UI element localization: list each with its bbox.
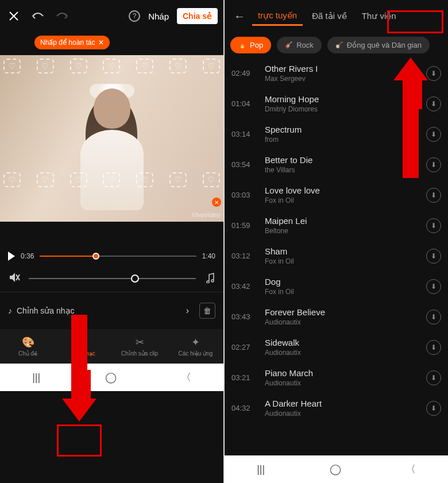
song-row[interactable]: 03:14 Spectrum from ⬇: [225, 119, 448, 149]
nav-theme[interactable]: 🎨 Chủ đề: [0, 329, 56, 364]
download-icon[interactable]: ⬇: [426, 340, 441, 355]
song-list[interactable]: 02:49 Other Rivers I Max Sergeev ⬇ 01:04…: [225, 58, 448, 455]
close-icon[interactable]: [6, 8, 22, 24]
download-icon[interactable]: ⬇: [426, 157, 441, 172]
volume-handle[interactable]: [131, 275, 139, 283]
nav-clip[interactable]: ✂ Chỉnh sửa clip: [112, 329, 168, 364]
song-artist: Beltone: [265, 227, 418, 235]
editor-screen: ? Nháp Chia sẻ Nhấp để hoàn tác ✕ ♡ ♡ ♡ …: [0, 0, 223, 483]
song-row[interactable]: 01:04 Morning Hope Dmitriy Diomores ⬇: [225, 88, 448, 119]
song-row[interactable]: 02:49 Other Rivers I Max Sergeev ⬇: [225, 58, 448, 88]
heart-sticker[interactable]: ♡: [136, 172, 153, 187]
download-icon[interactable]: ⬇: [426, 401, 441, 416]
song-row[interactable]: 04:32 A Darker Heart Audionautix ⬇: [225, 393, 448, 423]
mute-icon[interactable]: [8, 271, 21, 286]
download-icon[interactable]: ⬇: [426, 370, 441, 385]
heart-sticker[interactable]: ♡: [169, 172, 187, 187]
share-button[interactable]: Chia sẻ: [177, 8, 218, 24]
recents-button[interactable]: |||: [32, 372, 40, 384]
song-duration: 03:12: [231, 252, 257, 260]
song-row[interactable]: 01:59 Maipen Lei Beltone ⬇: [225, 210, 448, 241]
nav-music-label: Âm nhạc: [72, 350, 95, 357]
heart-sticker[interactable]: ♡: [70, 59, 87, 74]
delete-music-icon[interactable]: 🗑: [199, 303, 215, 319]
tab-library[interactable]: Thư viện: [356, 7, 402, 25]
back-button[interactable]: 〈: [405, 462, 416, 476]
draft-button[interactable]: Nháp: [148, 11, 169, 21]
edit-music-row[interactable]: ♪ Chỉnh sửa nhạc › 🗑: [0, 292, 223, 329]
heart-sticker[interactable]: ♡: [37, 172, 54, 187]
undo-hint-close-icon[interactable]: ✕: [98, 38, 104, 47]
song-title: Spectrum: [265, 125, 418, 134]
download-icon[interactable]: ⬇: [426, 96, 441, 111]
home-button[interactable]: ◯: [105, 371, 117, 384]
nav-music[interactable]: ♫ Âm nhạc: [56, 329, 111, 364]
undo-icon[interactable]: [30, 8, 46, 24]
video-preview[interactable]: ♡ ♡ ♡ ♡ ♡ ♡ ♡ ♡ ♡ ♡ ♡ ♡ ♡ ♡ ✕ VivaVideo: [0, 55, 223, 222]
recents-button[interactable]: |||: [257, 463, 265, 476]
home-button[interactable]: ◯: [330, 463, 341, 476]
play-icon[interactable]: [8, 252, 15, 261]
preview-subject: [60, 80, 164, 222]
music-icon[interactable]: [204, 272, 215, 285]
help-icon[interactable]: ?: [129, 10, 140, 22]
song-artist: from: [265, 136, 418, 144]
tab-online[interactable]: trực tuyến: [252, 7, 303, 26]
song-duration: 01:59: [231, 221, 257, 230]
volume-bar[interactable]: [29, 278, 196, 279]
download-icon[interactable]: ⬇: [426, 218, 441, 233]
heart-sticker[interactable]: ♡: [3, 172, 21, 187]
song-artist: Fox in Oil: [265, 257, 418, 265]
volume-row: [0, 268, 223, 292]
song-title: Forever Believe: [265, 307, 418, 317]
chip-rock[interactable]: 🎸 Rock: [277, 37, 322, 53]
download-icon[interactable]: ⬇: [426, 188, 441, 203]
heart-sticker[interactable]: ♡: [203, 59, 220, 74]
song-artist: Audionautix: [265, 318, 418, 326]
heart-sticker[interactable]: ♡: [203, 172, 220, 187]
back-icon[interactable]: ←: [230, 10, 249, 23]
chip-pop[interactable]: 🔥 Pop: [230, 37, 271, 53]
heart-sticker[interactable]: ♡: [136, 59, 153, 74]
download-icon[interactable]: ⬇: [426, 249, 441, 264]
song-title: Sham: [265, 246, 418, 256]
song-title: Piano March: [265, 368, 418, 378]
song-row[interactable]: 03:21 Piano March Audionautix ⬇: [225, 362, 448, 393]
download-icon[interactable]: ⬇: [426, 127, 441, 142]
song-duration: 01:04: [231, 99, 257, 108]
song-title: Sidewalk: [265, 338, 418, 347]
sparkle-icon: ✦: [191, 336, 200, 349]
chip-country[interactable]: 🪕 Đồng quê và Dân gian: [327, 37, 430, 53]
song-row[interactable]: 02:27 Sidewalk Audionautix ⬇: [225, 332, 448, 362]
undo-hint-row: Nhấp để hoàn tác ✕: [0, 32, 223, 55]
heart-sticker[interactable]: ♡: [3, 59, 21, 74]
nav-effect[interactable]: ✦ Các hiệu ứng: [168, 329, 223, 364]
seek-bar[interactable]: [40, 256, 196, 257]
sticker-row-bottom: ♡ ♡ ♡ ♡ ♡ ♡ ♡: [0, 172, 223, 187]
heart-sticker[interactable]: ♡: [37, 59, 54, 74]
song-row[interactable]: 03:12 Sham Fox in Oil ⬇: [225, 241, 448, 271]
heart-sticker[interactable]: ♡: [169, 59, 187, 74]
heart-sticker[interactable]: ♡: [103, 172, 120, 187]
heart-sticker[interactable]: ♡: [103, 59, 120, 74]
song-artist: Fox in Oil: [265, 288, 418, 296]
download-icon[interactable]: ⬇: [426, 279, 441, 294]
undo-hint-pill[interactable]: Nhấp để hoàn tác ✕: [34, 36, 110, 49]
song-row[interactable]: 03:42 Dog Fox in Oil ⬇: [225, 271, 448, 302]
song-row[interactable]: 03:43 Forever Believe Audionautix ⬇: [225, 302, 448, 332]
library-top-bar: ← trực tuyến Đã tải về Thư viện: [225, 0, 448, 32]
download-icon[interactable]: ⬇: [426, 66, 441, 81]
song-duration: 04:32: [231, 404, 257, 412]
song-duration: 03:14: [231, 130, 257, 138]
tab-downloaded[interactable]: Đã tải về: [306, 7, 353, 25]
chip-country-label: Đồng quê và Dân gian: [347, 41, 422, 49]
download-icon[interactable]: ⬇: [426, 310, 441, 324]
redo-icon[interactable]: [54, 8, 70, 24]
remove-watermark-icon[interactable]: ✕: [212, 198, 221, 207]
seek-handle[interactable]: [92, 253, 99, 260]
heart-sticker[interactable]: ♡: [70, 172, 87, 187]
back-button[interactable]: 〈: [181, 370, 191, 384]
sticker-row-top: ♡ ♡ ♡ ♡ ♡ ♡ ♡: [0, 59, 223, 74]
song-row[interactable]: 03:54 Better to Die the Villars ⬇: [225, 149, 448, 180]
song-row[interactable]: 03:03 Love love love Fox in Oil ⬇: [225, 180, 448, 210]
